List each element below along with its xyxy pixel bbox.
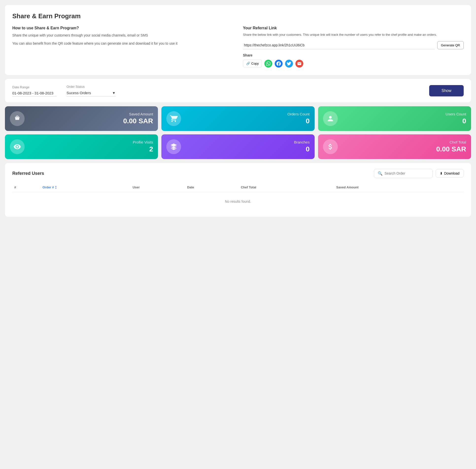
saved-amount-value: 0.00 SAR bbox=[123, 117, 153, 125]
page-title: Share & Earn Program bbox=[12, 12, 464, 20]
copy-button[interactable]: 🔗 Copy bbox=[243, 60, 262, 67]
twitter-share-icon[interactable] bbox=[285, 60, 293, 68]
link-icon: 🔗 bbox=[246, 62, 250, 65]
order-status-label: Order Status bbox=[67, 85, 116, 89]
stat-card-saved-amount: Saved Amount 0.00 SAR bbox=[5, 106, 158, 131]
profile-visits-title: Profile Visits bbox=[133, 140, 153, 144]
how-to-para1: Share the unique with your customers thr… bbox=[12, 33, 233, 38]
referral-heading: Your Referral Link bbox=[243, 26, 464, 30]
col-date: Date bbox=[185, 183, 239, 192]
search-wrap: 🔍 bbox=[374, 169, 433, 178]
col-order[interactable]: Order # ▲ ▼ bbox=[41, 183, 131, 192]
stat-card-chef-total: Chef Total 0.00 SAR bbox=[318, 134, 471, 159]
saved-amount-text: Saved Amount 0.00 SAR bbox=[123, 112, 153, 125]
search-input[interactable] bbox=[385, 171, 429, 175]
table-title: Referred Users bbox=[12, 171, 44, 176]
how-to-section: How to use Share & Earn Program? Share t… bbox=[12, 26, 233, 68]
show-button[interactable]: Show bbox=[429, 85, 464, 96]
col-hash: # bbox=[12, 183, 41, 192]
users-count-title: Users Count bbox=[446, 112, 466, 116]
stat-card-orders-count: Orders Count 0 bbox=[161, 106, 314, 131]
how-to-para2: You can also benefit from the QR code fe… bbox=[12, 41, 233, 46]
download-icon: ⬇ bbox=[440, 171, 443, 175]
branches-title: Branches bbox=[294, 140, 309, 144]
order-status-select[interactable]: Sucess Orders Pending Orders All Orders bbox=[67, 91, 111, 95]
date-range-group: Date Range 01-08-2023 - 31-08-2023 bbox=[12, 85, 57, 96]
profile-visits-icon bbox=[10, 139, 25, 154]
how-to-heading: How to use Share & Earn Program? bbox=[12, 26, 233, 30]
chef-total-value: 0.00 SAR bbox=[436, 145, 466, 153]
branches-icon bbox=[166, 139, 181, 154]
chevron-down-icon: ▾ bbox=[113, 90, 115, 95]
branches-text: Branches 0 bbox=[294, 140, 309, 153]
orders-count-text: Orders Count 0 bbox=[288, 112, 310, 125]
download-button[interactable]: ⬇ Download bbox=[436, 169, 464, 178]
branches-value: 0 bbox=[306, 145, 310, 153]
order-status-select-wrap[interactable]: Sucess Orders Pending Orders All Orders … bbox=[67, 90, 116, 96]
col-saved-amount: Saved Amount bbox=[334, 183, 464, 192]
stat-card-profile-visits: Profile Visits 2 bbox=[5, 134, 158, 159]
orders-count-icon bbox=[166, 111, 181, 126]
chef-total-title: Chef Total bbox=[450, 140, 466, 144]
orders-count-title: Orders Count bbox=[288, 112, 310, 116]
order-status-group: Order Status Sucess Orders Pending Order… bbox=[67, 85, 116, 96]
referral-link-input[interactable] bbox=[243, 41, 435, 49]
share-icons: 🔗 Copy bbox=[243, 60, 464, 68]
generate-qr-button[interactable]: Generate QR bbox=[437, 41, 464, 49]
filter-row: Date Range 01-08-2023 - 31-08-2023 Order… bbox=[12, 85, 464, 96]
orders-count-value: 0 bbox=[306, 117, 310, 125]
no-results-row: No results found. bbox=[12, 192, 464, 211]
table-header: Referred Users 🔍 ⬇ Download bbox=[12, 169, 464, 178]
chef-total-icon bbox=[323, 139, 338, 154]
date-range-value[interactable]: 01-08-2023 - 31-08-2023 bbox=[12, 91, 57, 96]
date-range-label: Date Range bbox=[12, 85, 57, 89]
referred-users-table: # Order # ▲ ▼ User Date Chef Total Saved… bbox=[12, 183, 464, 211]
link-row: Generate QR bbox=[243, 41, 464, 49]
profile-visits-text: Profile Visits 2 bbox=[133, 140, 153, 153]
users-count-icon bbox=[323, 111, 338, 126]
saved-amount-icon bbox=[10, 111, 25, 126]
profile-visits-value: 2 bbox=[149, 145, 153, 153]
table-controls: 🔍 ⬇ Download bbox=[374, 169, 464, 178]
whatsapp-share-icon[interactable] bbox=[264, 60, 272, 68]
stats-grid: Saved Amount 0.00 SAR Orders Count 0 Use… bbox=[5, 106, 471, 159]
table-card: Referred Users 🔍 ⬇ Download # Order # ▲ bbox=[5, 163, 471, 217]
top-section: How to use Share & Earn Program? Share t… bbox=[12, 26, 464, 68]
saved-amount-title: Saved Amount bbox=[129, 112, 153, 116]
stat-card-branches: Branches 0 bbox=[161, 134, 314, 159]
referral-section: Your Referral Link Share the below link … bbox=[243, 26, 464, 68]
chef-total-text: Chef Total 0.00 SAR bbox=[436, 140, 466, 153]
users-count-value: 0 bbox=[462, 117, 466, 125]
filter-card: Date Range 01-08-2023 - 31-08-2023 Order… bbox=[5, 79, 471, 102]
search-icon: 🔍 bbox=[378, 171, 383, 176]
col-chef-total: Chef Total bbox=[239, 183, 334, 192]
users-count-text: Users Count 0 bbox=[446, 112, 466, 125]
facebook-share-icon[interactable] bbox=[275, 60, 283, 68]
referral-description: Share the below link with your customers… bbox=[243, 32, 464, 37]
share-label: Share bbox=[243, 53, 464, 57]
stat-card-users-count: Users Count 0 bbox=[318, 106, 471, 131]
email-share-icon[interactable] bbox=[295, 60, 303, 68]
col-user: User bbox=[131, 183, 185, 192]
share-earn-card: Share & Earn Program How to use Share & … bbox=[5, 5, 471, 75]
